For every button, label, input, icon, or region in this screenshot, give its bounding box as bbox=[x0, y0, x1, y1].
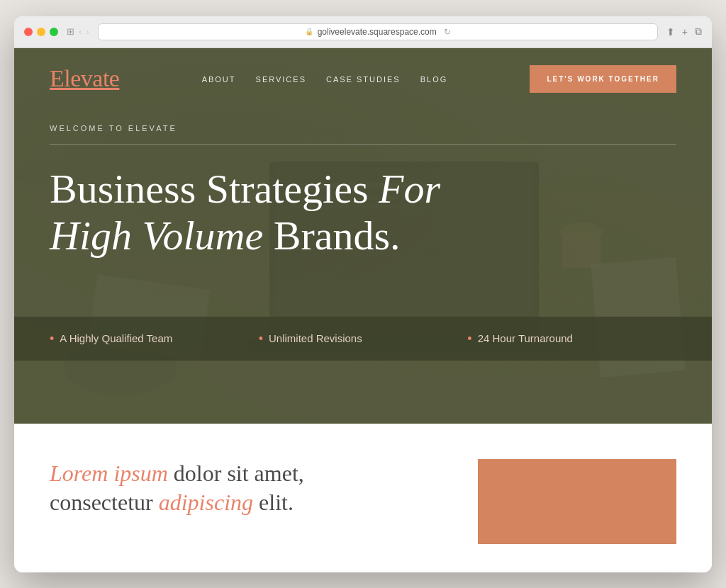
lorem-ipsum-text: dolor sit amet, bbox=[174, 460, 304, 486]
browser-window: ⊞ ‹ › 🔒 goliveelevate.squarespace.com ↻ … bbox=[14, 16, 712, 572]
nav-link-about[interactable]: ABOUT bbox=[202, 75, 236, 84]
new-tab-icon[interactable]: + bbox=[682, 26, 688, 38]
lock-icon: 🔒 bbox=[305, 28, 313, 35]
hero-content: WELCOME TO ELEVATE Business Strategies F… bbox=[14, 110, 712, 260]
bullet-icon-3: • bbox=[467, 332, 471, 345]
elit-text: elit. bbox=[253, 490, 294, 515]
address-bar[interactable]: 🔒 goliveelevate.squarespace.com ↻ bbox=[98, 23, 658, 40]
browser-controls: ⊞ ‹ › bbox=[67, 26, 89, 37]
nav-item-services[interactable]: SERVICES bbox=[256, 72, 306, 85]
close-button[interactable] bbox=[24, 28, 33, 36]
feature-text-2: Unlimited Revisions bbox=[269, 332, 362, 344]
welcome-label: WELCOME TO ELEVATE bbox=[50, 124, 676, 132]
below-hero-text: Lorem ipsum dolor sit amet, consectetur … bbox=[50, 459, 449, 518]
nav-links: ABOUT SERVICES CASE STUDIES BLOG bbox=[202, 72, 448, 85]
forward-button[interactable]: › bbox=[86, 26, 89, 37]
share-icon[interactable]: ⬆ bbox=[666, 26, 675, 38]
tabs-icon[interactable]: ⧉ bbox=[695, 26, 702, 38]
hero-headline: Business Strategies For High Volume Bran… bbox=[50, 166, 475, 260]
navigation: Elevate ABOUT SERVICES CASE STUDIES BLOG bbox=[14, 48, 712, 110]
hero-divider bbox=[50, 144, 676, 145]
bullet-icon-1: • bbox=[50, 332, 54, 345]
feature-qualified-team: • A Highly Qualified Team bbox=[50, 332, 259, 345]
lorem-ipsum-italic: Lorem ipsum bbox=[50, 460, 168, 486]
hero-section: Elevate ABOUT SERVICES CASE STUDIES BLOG bbox=[14, 48, 712, 424]
feature-text-1: A Highly Qualified Team bbox=[60, 332, 172, 344]
below-hero-image-block bbox=[478, 459, 676, 544]
refresh-icon[interactable]: ↻ bbox=[444, 27, 451, 37]
browser-chrome: ⊞ ‹ › 🔒 goliveelevate.squarespace.com ↻ … bbox=[14, 16, 712, 48]
below-hero-paragraph: Lorem ipsum dolor sit amet, consectetur … bbox=[50, 459, 449, 518]
nav-item-about[interactable]: ABOUT bbox=[202, 72, 236, 85]
below-hero-section: Lorem ipsum dolor sit amet, consectetur … bbox=[14, 424, 712, 572]
cta-button[interactable]: LET'S WORK TOGETHER bbox=[530, 65, 676, 93]
nav-item-case-studies[interactable]: CASE STUDIES bbox=[326, 72, 401, 85]
nav-link-case-studies[interactable]: CASE STUDIES bbox=[326, 75, 401, 84]
browser-actions: ⬆ + ⧉ bbox=[666, 26, 702, 38]
nav-item-blog[interactable]: BLOG bbox=[420, 72, 448, 85]
bullet-icon-2: • bbox=[259, 332, 263, 345]
minimize-button[interactable] bbox=[37, 28, 45, 36]
feature-text-3: 24 Hour Turnaround bbox=[478, 332, 573, 344]
site-logo[interactable]: Elevate bbox=[50, 65, 119, 92]
traffic-lights bbox=[24, 28, 58, 36]
maximize-button[interactable] bbox=[50, 28, 58, 36]
nav-link-services[interactable]: SERVICES bbox=[256, 75, 306, 84]
tab-icon[interactable]: ⊞ bbox=[67, 26, 74, 37]
features-bar: • A Highly Qualified Team • Unlimited Re… bbox=[14, 317, 712, 361]
feature-hour-turnaround: • 24 Hour Turnaround bbox=[467, 332, 676, 345]
url-text: goliveelevate.squarespace.com bbox=[318, 27, 437, 37]
website: Elevate ABOUT SERVICES CASE STUDIES BLOG bbox=[14, 48, 712, 572]
back-button[interactable]: ‹ bbox=[79, 26, 82, 37]
adipiscing-italic: adipiscing bbox=[159, 490, 253, 515]
nav-link-blog[interactable]: BLOG bbox=[420, 75, 448, 84]
consectetur-text: consectetur bbox=[50, 490, 159, 515]
feature-unlimited-revisions: • Unlimited Revisions bbox=[259, 332, 468, 345]
